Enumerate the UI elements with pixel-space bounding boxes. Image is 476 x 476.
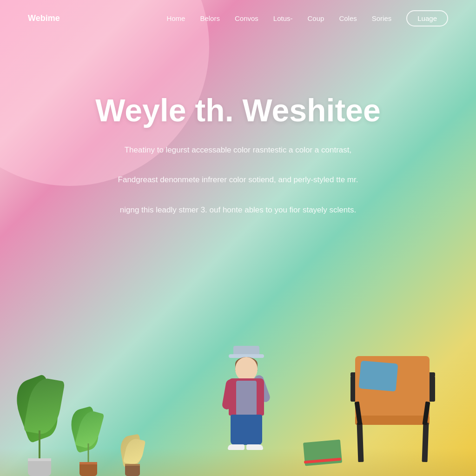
nav-item-belors[interactable]: Belors <box>200 14 220 23</box>
person-shirt <box>236 381 257 416</box>
chair-cushion <box>359 361 398 392</box>
nav-item-lotus[interactable]: Lotus- <box>273 14 293 23</box>
nav-cta-button[interactable]: Luage <box>406 10 448 26</box>
pot-medium <box>79 462 97 476</box>
nav-item-home[interactable]: Home <box>166 14 185 23</box>
person-shoe-left <box>228 444 245 450</box>
pot-small <box>125 464 140 476</box>
plant-stem-medium <box>88 443 89 462</box>
hero-description: Theatiny to legurst accessable color ras… <box>94 143 382 218</box>
plant-stem-large <box>39 430 40 458</box>
plant-small <box>119 430 146 476</box>
nav-item-coup[interactable]: Coup <box>308 14 324 23</box>
hero-desc-line1: Theatiny to legurst accessable color ras… <box>125 145 352 154</box>
nav-item-convos[interactable]: Convos <box>235 14 258 23</box>
hero-desc-line3: nigng this leadly stmer 3. ouf honte abl… <box>120 205 356 214</box>
plant-medium <box>70 406 107 476</box>
person-pants <box>231 415 262 445</box>
hero-title: Weyle th. Weshitee <box>56 93 420 128</box>
nav-links: Home Belors Convos Lotus- Coup Coles Sor… <box>166 10 448 26</box>
navbar: Webime Home Belors Convos Lotus- Coup Co… <box>0 0 476 37</box>
chair-leg-front-right <box>422 423 429 462</box>
plant-large <box>14 374 65 476</box>
hero-desc-line2: Fandgreast denonmete infrerer color soti… <box>118 175 358 184</box>
pot-large <box>28 458 51 476</box>
chair-seat <box>355 416 430 425</box>
person-figure <box>223 346 270 448</box>
person-shoe-right <box>246 444 263 450</box>
nav-logo: Webime <box>28 13 60 23</box>
chair <box>346 355 439 462</box>
plants-group <box>14 374 146 476</box>
nav-item-coles[interactable]: Coles <box>339 14 357 23</box>
chair-leg-front-left <box>357 423 364 462</box>
hero-content: Weyle th. Weshitee Theatiny to legurst a… <box>0 93 476 218</box>
scene <box>0 327 476 476</box>
hero-section: Webime Home Belors Convos Lotus- Coup Co… <box>0 0 476 476</box>
nav-item-sories[interactable]: Sories <box>372 14 392 23</box>
